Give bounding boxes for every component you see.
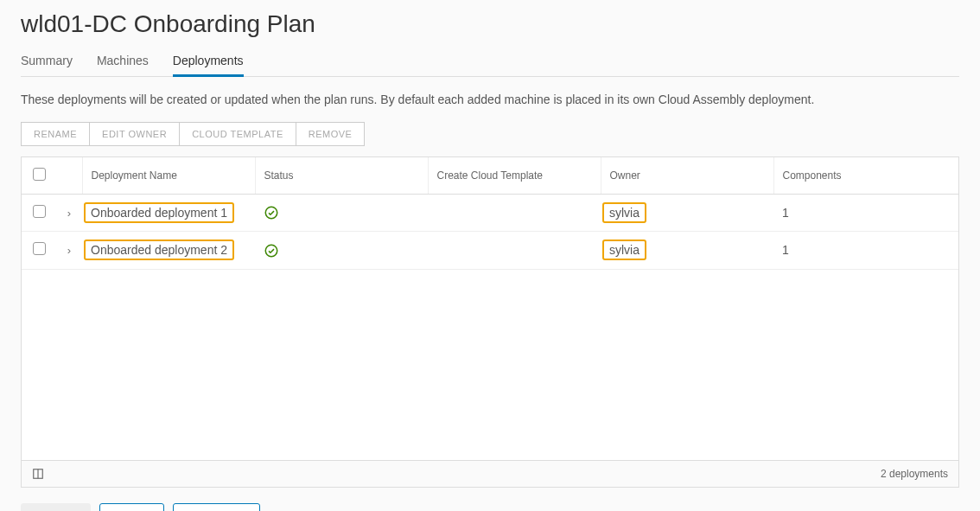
table-row: › Onboarded deployment 2 sylvia 1 — [22, 232, 958, 269]
deployments-table-wrap: Deployment Name Status Create Cloud Temp… — [21, 156, 959, 488]
success-icon — [264, 242, 279, 256]
cloud-template-cell — [428, 195, 601, 232]
svg-point-1 — [265, 245, 277, 257]
chevron-right-icon: › — [67, 207, 71, 220]
owner-cell: sylvia — [609, 206, 640, 220]
bottom-buttons: SAVE RUN CANCEL — [21, 503, 959, 511]
tab-deployments[interactable]: Deployments — [173, 47, 244, 76]
rename-button[interactable]: RENAME — [22, 123, 90, 145]
tab-machines[interactable]: Machines — [97, 47, 149, 76]
tab-summary[interactable]: Summary — [21, 47, 73, 76]
header-status[interactable]: Status — [255, 157, 428, 195]
remove-button[interactable]: REMOVE — [296, 123, 365, 145]
count-text: 2 deployments — [881, 468, 948, 480]
deployment-name-highlight: Onboarded deployment 1 — [84, 202, 234, 223]
row-checkbox[interactable] — [33, 205, 46, 218]
deployment-name[interactable]: Onboarded deployment 2 — [91, 243, 227, 257]
empty-space — [22, 270, 958, 460]
components-cell: 1 — [773, 232, 958, 269]
page-title: wld01-DC Onboarding Plan — [21, 0, 959, 47]
select-all-checkbox[interactable] — [33, 168, 46, 181]
expand-toggle[interactable]: › — [56, 195, 82, 232]
deployment-name[interactable]: Onboarded deployment 1 — [91, 206, 227, 220]
description-text: These deployments will be created or upd… — [21, 93, 959, 106]
cloud-template-button[interactable]: CLOUD TEMPLATE — [180, 123, 296, 145]
save-button: SAVE — [21, 503, 91, 511]
owner-highlight: sylvia — [602, 202, 646, 223]
column-picker-icon[interactable] — [32, 468, 44, 480]
deployment-name-highlight: Onboarded deployment 2 — [84, 240, 234, 260]
header-template[interactable]: Create Cloud Template — [428, 157, 601, 195]
cloud-template-cell — [428, 232, 601, 269]
table-row: › Onboarded deployment 1 sylvia 1 — [22, 195, 958, 232]
svg-point-0 — [265, 208, 277, 220]
header-expand-cell — [56, 157, 82, 195]
tabs: Summary Machines Deployments — [21, 47, 959, 77]
edit-owner-button[interactable]: EDIT OWNER — [90, 123, 180, 145]
header-checkbox-cell — [22, 157, 56, 195]
components-cell: 1 — [773, 195, 958, 232]
success-icon — [264, 205, 279, 219]
header-name[interactable]: Deployment Name — [82, 157, 255, 195]
expand-toggle[interactable]: › — [56, 232, 82, 269]
action-bar: RENAME EDIT OWNER CLOUD TEMPLATE REMOVE — [21, 122, 365, 146]
row-checkbox[interactable] — [33, 242, 46, 255]
chevron-right-icon: › — [67, 244, 71, 257]
run-button[interactable]: RUN — [99, 503, 164, 511]
owner-highlight: sylvia — [602, 240, 646, 260]
header-owner[interactable]: Owner — [601, 157, 773, 195]
header-components[interactable]: Components — [773, 157, 958, 195]
deployments-table: Deployment Name Status Create Cloud Temp… — [22, 157, 958, 270]
owner-cell: sylvia — [609, 243, 640, 257]
table-footer: 2 deployments — [22, 460, 958, 487]
cancel-button[interactable]: CANCEL — [173, 503, 260, 511]
